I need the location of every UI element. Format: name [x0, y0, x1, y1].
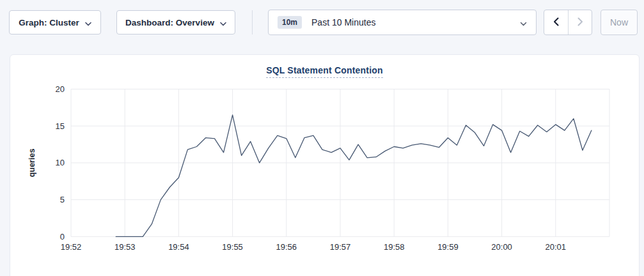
line-chart[interactable]: 0510152019:5219:5319:5419:5519:5619:5719… [10, 55, 640, 276]
graph-dropdown-label: Graph: Cluster [19, 18, 79, 27]
y-tick-label: 5 [60, 195, 65, 204]
x-tick-label: 19:56 [276, 242, 297, 252]
now-button[interactable]: Now [601, 10, 638, 35]
time-nav-group [544, 10, 592, 35]
time-back-button[interactable] [544, 10, 568, 34]
y-axis-label: queries [27, 149, 36, 178]
y-tick-label: 20 [56, 84, 65, 94]
x-tick-label: 19:55 [222, 242, 243, 252]
time-range-label: Past 10 Minutes [311, 17, 375, 27]
x-tick-label: 19:59 [437, 242, 459, 252]
time-window-badge: 10m [278, 16, 302, 29]
x-tick-label: 19:53 [114, 242, 136, 252]
y-tick-label: 15 [56, 121, 65, 131]
chevron-down-icon [520, 17, 527, 29]
toolbar-divider [252, 10, 253, 34]
graph-dropdown[interactable]: Graph: Cluster [9, 10, 101, 34]
time-forward-button[interactable] [568, 10, 592, 34]
chevron-right-icon [577, 17, 583, 28]
chart-panel: SQL Statement Contention 0510152019:5219… [10, 54, 640, 276]
x-tick-label: 19:57 [330, 242, 351, 252]
chevron-left-icon [553, 17, 559, 28]
y-tick-label: 10 [56, 158, 65, 167]
series-line [116, 115, 592, 236]
x-tick-label: 19:54 [168, 242, 189, 252]
dashboard-dropdown[interactable]: Dashboard: Overview [116, 10, 235, 34]
dashboard-dropdown-label: Dashboard: Overview [125, 18, 214, 27]
time-range-picker[interactable]: 10m Past 10 Minutes [268, 10, 537, 35]
x-tick-label: 20:00 [491, 242, 512, 252]
chevron-down-icon [85, 19, 91, 28]
x-tick-label: 19:58 [384, 242, 405, 252]
y-tick-label: 0 [60, 232, 65, 241]
toolbar: Graph: Cluster Dashboard: Overview 10m P… [0, 0, 644, 45]
x-tick-label: 20:01 [546, 242, 567, 252]
x-tick-label: 19:52 [61, 242, 82, 252]
chevron-down-icon [220, 19, 226, 28]
